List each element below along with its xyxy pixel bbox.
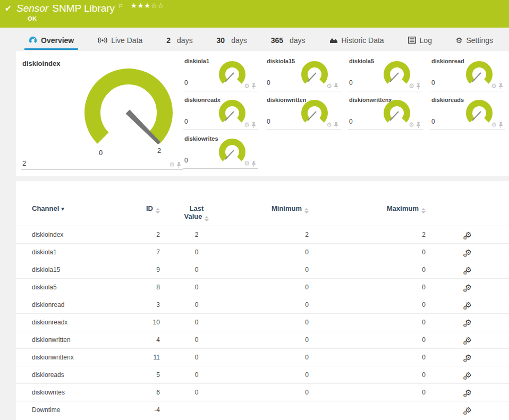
gauge: [218, 138, 247, 166]
gauge-cell: diskiola1 0 ⚙: [183, 53, 258, 91]
priority-stars[interactable]: ★★★☆☆: [131, 2, 164, 10]
gauge-settings-icon[interactable]: ⚙: [491, 122, 497, 128]
channel-settings-icon[interactable]: ⚙⚙: [465, 284, 472, 292]
gauge-cell-actions: ⚙: [326, 122, 338, 128]
sensor-type-label: Sensor: [16, 3, 48, 14]
column-header-minimum[interactable]: Minimum: [231, 181, 311, 226]
channel-last-value: 0: [162, 384, 231, 401]
tab-365-days[interactable]: 365 days: [267, 33, 310, 50]
gauge-settings-icon[interactable]: ⚙: [244, 122, 250, 128]
gauge-settings-icon[interactable]: ⚙: [409, 122, 414, 128]
tab-label: days: [290, 36, 306, 45]
pin-icon[interactable]: [251, 83, 256, 89]
channel-settings-icon[interactable]: ⚙⚙: [465, 231, 472, 239]
live-broadcast-icon: [98, 37, 107, 44]
gauge-value: 0: [184, 79, 188, 87]
channel-maximum: 2: [311, 226, 428, 244]
tab-overview[interactable]: Overview: [24, 33, 78, 50]
channel-settings-icon[interactable]: ⚙⚙: [465, 266, 472, 274]
channel-minimum: 0: [231, 314, 311, 331]
column-header-channel[interactable]: Channel▾: [16, 181, 130, 226]
channel-id: 11: [130, 349, 162, 366]
stars-filled: ★★★: [131, 2, 151, 10]
gauge-value: 0: [431, 118, 435, 125]
sort-desc-icon: ▾: [61, 205, 64, 212]
sensor-header: ✔ SensorSNMP Library⚐★★★☆☆ OK: [0, 0, 509, 28]
gauge-settings-icon[interactable]: ⚙: [491, 83, 497, 89]
channel-settings-icon[interactable]: ⚙⚙: [465, 354, 472, 362]
column-header-last-value[interactable]: Last Value: [162, 181, 231, 226]
primary-gauge-name: diskioindex: [22, 59, 61, 67]
gauge-cell-actions: ⚙: [491, 122, 503, 128]
table-header-row: Channel▾ ID Last Value Minimum Maximum: [16, 181, 509, 226]
column-header-id[interactable]: ID: [130, 181, 162, 226]
gauge-settings-icon[interactable]: ⚙: [244, 83, 250, 89]
gauge-settings-icon[interactable]: ⚙: [169, 161, 175, 168]
table-row: Downtime -4 ⚙⚙: [16, 401, 509, 419]
pin-icon[interactable]: [334, 83, 338, 89]
gauge-cell: diskionread 0 ⚙: [430, 53, 505, 91]
tab-log[interactable]: Log: [404, 33, 436, 50]
channel-id: 8: [130, 279, 162, 296]
gauge-settings-icon[interactable]: ⚙: [409, 83, 414, 89]
channel-minimum: 0: [231, 349, 311, 366]
gauge-cell: diskiowrites 0 ⚙: [183, 130, 258, 169]
gauge-cell: diskiola5 0 ⚙: [348, 53, 423, 91]
flag-icon[interactable]: ⚐: [118, 3, 123, 9]
tab-number: 2: [166, 36, 171, 45]
gauge: [383, 99, 411, 127]
channel-minimum: [231, 401, 311, 419]
gauge-cell-actions: ⚙: [491, 83, 503, 89]
pin-icon[interactable]: [251, 161, 256, 167]
tab-historic-data[interactable]: Historic Data: [325, 33, 388, 50]
pin-icon[interactable]: [498, 83, 503, 89]
pin-icon[interactable]: [416, 83, 421, 89]
column-header-actions: [428, 181, 509, 226]
channel-id: 9: [130, 261, 162, 279]
pin-icon[interactable]: [176, 162, 181, 168]
sort-icon: [156, 208, 160, 213]
tab-settings[interactable]: ⚙ Settings: [452, 33, 497, 50]
pin-icon[interactable]: [416, 122, 421, 128]
pin-icon[interactable]: [251, 122, 256, 128]
channel-settings-icon[interactable]: ⚙⚙: [465, 371, 472, 379]
channel-minimum: 0: [231, 296, 311, 314]
tab-2-days[interactable]: 2 days: [162, 33, 197, 50]
channel-settings-icon[interactable]: ⚙⚙: [465, 336, 472, 344]
channel-maximum: 0: [311, 296, 428, 314]
gauge-cell-actions: ⚙: [409, 122, 421, 128]
settings-gear-icon: ⚙: [456, 37, 463, 44]
channel-settings-icon[interactable]: ⚙⚙: [465, 248, 472, 256]
gauge-settings-icon[interactable]: ⚙: [326, 83, 332, 89]
gauge-name: diskionreadx: [184, 97, 220, 103]
gauge-settings-icon[interactable]: ⚙: [244, 160, 250, 167]
table-row: diskionwrittenx 11 0 0 0 ⚙⚙: [16, 349, 509, 366]
sort-icon: [205, 216, 209, 221]
channel-minimum: 0: [231, 384, 311, 401]
tab-label: Settings: [466, 36, 493, 45]
table-row: diskionwritten 4 0 0 0 ⚙⚙: [16, 331, 509, 349]
channel-settings-icon[interactable]: ⚙⚙: [465, 301, 472, 309]
gauge-value: 0: [431, 79, 435, 87]
pin-icon[interactable]: [498, 122, 503, 128]
channel-settings-icon[interactable]: ⚙⚙: [465, 389, 472, 397]
channel-settings-icon[interactable]: ⚙⚙: [465, 319, 472, 327]
tab-live-data[interactable]: Live Data: [94, 33, 147, 50]
channel-name: diskiola15: [16, 261, 130, 279]
channel-last-value: 2: [162, 226, 231, 244]
channel-maximum: [311, 401, 428, 419]
tab-30-days[interactable]: 30 days: [213, 33, 251, 50]
pin-icon[interactable]: [334, 122, 338, 128]
column-header-maximum[interactable]: Maximum: [311, 181, 428, 226]
gauge-settings-icon[interactable]: ⚙: [326, 122, 332, 128]
channel-name: diskionwrittenx: [16, 349, 130, 366]
channel-minimum: 2: [231, 226, 311, 244]
tab-bar: Overview Live Data 2 days 30 days 365 da…: [0, 33, 509, 50]
gauge-scale-max: 2: [157, 147, 161, 155]
gauge-value: 0: [349, 79, 353, 87]
channel-maximum: 0: [311, 366, 428, 384]
gauge-cell-actions: ⚙: [169, 161, 181, 168]
gauge-cell-actions: ⚙: [244, 83, 256, 89]
channel-table-panel: Channel▾ ID Last Value Minimum Maximum: [16, 181, 509, 420]
channel-settings-icon[interactable]: ⚙⚙: [465, 406, 472, 414]
